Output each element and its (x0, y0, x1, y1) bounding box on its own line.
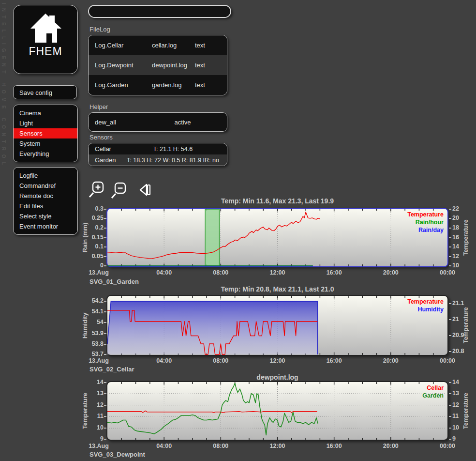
series-area-humidity (107, 301, 317, 354)
y-tick-mark (449, 405, 451, 406)
chart-title-dewpoint: dewpoint.log (107, 373, 447, 381)
x-tick-label: 00:00 (440, 269, 455, 276)
y-tick-mark (449, 303, 451, 304)
device-state: T: 18.3 H: 72 W: 0.5 R: 81.9 IR: no (123, 157, 227, 164)
y-tick-mark (104, 382, 106, 383)
y-tick-mark (449, 209, 451, 210)
y-tick-mark (104, 265, 106, 266)
device-name-link[interactable]: Log.Garden (89, 81, 152, 89)
sidebar-item-logfile[interactable]: Logfile (14, 170, 77, 181)
y-tick-mark (449, 382, 451, 383)
x-tick-label: 04:00 (156, 357, 172, 364)
device-state: active (158, 119, 227, 126)
plot-toolbar (88, 180, 154, 200)
device-name-link[interactable]: Log.Cellar (89, 42, 152, 49)
logfile-name: dewpoint.log (152, 61, 195, 69)
chart-file-label-garden[interactable]: SVG_01_Garden (89, 278, 139, 285)
x-tick-label: 16:00 (327, 357, 342, 364)
house-icon (28, 12, 63, 44)
device-name-link[interactable]: Log.Dewpoint (89, 61, 152, 69)
device-name-link[interactable]: dew_all (89, 119, 158, 126)
sidebar-item-edit-files[interactable]: Edit files (14, 201, 77, 211)
y-tick-mark (449, 351, 451, 352)
y-tick-mark (449, 439, 451, 440)
plot-SVG_02_Cellar[interactable]: TemperatureHumidity (106, 295, 448, 356)
logfile-name: cellar.log (152, 42, 195, 49)
sidebar-item-cinema[interactable]: Cinema (14, 108, 77, 118)
y-tick-mark (104, 246, 106, 247)
legend-item-temperature: Temperature (407, 298, 444, 305)
sidebar-item-everything[interactable]: Everything (14, 149, 77, 159)
device-name-link[interactable]: Cellar (89, 145, 123, 153)
y-tick-mark (104, 393, 106, 394)
y-tick-mark (449, 265, 451, 266)
axis-label-left: Temperature (81, 382, 89, 440)
chart-file-label-cellar[interactable]: SVG_02_Cellar (89, 366, 134, 373)
y-tick-label-left: 0.15 (76, 234, 104, 241)
sidebar-item-light[interactable]: Light (14, 118, 77, 128)
y-tick-mark (104, 237, 106, 238)
y-tick-mark (104, 333, 106, 334)
sidebar-item-event-monitor[interactable]: Event monitor (14, 221, 77, 231)
y-tick-mark (449, 256, 451, 257)
table-row: Log.Gardengarden.logtext (89, 75, 227, 95)
x-tick-label: 13.Aug (89, 443, 109, 449)
y-tick-label-left: 9 (76, 435, 104, 442)
plot-canvas-SVG_02_Cellar: TemperatureHumidity (107, 296, 447, 355)
table-row: GardenT: 18.3 H: 72 W: 0.5 R: 81.9 IR: n… (89, 154, 227, 166)
y-tick-mark (449, 246, 451, 247)
sidebar-item-remote-doc[interactable]: Remote doc (14, 191, 77, 201)
y-tick-mark (449, 319, 451, 320)
logfile-name: garden.log (152, 81, 195, 89)
plot-canvas-SVG_01_Garden: TemperatureRain/hourRain/day (107, 209, 447, 266)
logfile-text-link[interactable]: text (195, 42, 227, 49)
chart-file-label-dewpoint[interactable]: SVG_03_Dewpoint (89, 451, 145, 458)
sidebar-item-select-style[interactable]: Select style (14, 211, 77, 221)
x-tick-label: 04:00 (156, 269, 172, 276)
vertical-brand-text: INTELLIGENT HOME CONTROL (1, 3, 6, 230)
utility-menu: LogfileCommandrefRemote docEdit filesSel… (13, 167, 78, 235)
zoom-out-icon[interactable] (110, 180, 129, 200)
sidebar-item-commandref[interactable]: Commandref (14, 181, 77, 191)
chart-title-cellar: Temp: Min 20.8, Max 21.1, Last 21.0 (107, 285, 447, 293)
y-tick-mark (104, 416, 106, 417)
x-tick-label: 20:00 (383, 357, 399, 364)
save-config-button[interactable]: Save config (13, 85, 77, 99)
plot-SVG_01_Garden[interactable]: TemperatureRain/hourRain/day (106, 208, 448, 267)
chart-title-garden: Temp: Min 11.6, Max 21.3, Last 19.9 (107, 197, 447, 205)
legend-item-humidity: Humidity (418, 306, 444, 313)
sidebar-item-system[interactable]: System (14, 138, 77, 149)
y-tick-label-left: 10 (76, 424, 104, 431)
x-tick-label: 20:00 (383, 443, 399, 449)
logo-label: FHEM (14, 45, 77, 58)
step-back-icon[interactable] (135, 180, 154, 200)
y-tick-mark (449, 335, 451, 336)
plot-SVG_03_Dewpoint[interactable]: CellarGarden (106, 381, 448, 441)
y-tick-mark (104, 405, 106, 406)
y-tick-label-left: 14 (76, 379, 104, 385)
device-name-link[interactable]: Garden (89, 156, 123, 164)
y-tick-mark (104, 301, 106, 302)
y-tick-mark (104, 311, 106, 312)
logfile-text-link[interactable]: text (195, 61, 227, 69)
fhem-logo[interactable]: FHEM (13, 5, 78, 74)
series-line-garden (107, 383, 318, 435)
y-tick-mark (449, 228, 451, 229)
y-tick-mark (449, 428, 451, 429)
y-tick-label-left: 53.7 (76, 351, 104, 357)
sidebar-item-sensors[interactable]: Sensors (14, 128, 77, 138)
section-label-filelog: FileLog (89, 26, 110, 33)
y-tick-mark (104, 218, 106, 219)
x-tick-label: 13.Aug (89, 269, 109, 276)
sensors-table: CellarT: 21.1 H: 54.6GardenT: 18.3 H: 72… (88, 143, 227, 166)
table-row: Log.Dewpointdewpoint.logtext (89, 55, 227, 75)
command-input[interactable] (88, 5, 231, 18)
logfile-text-link[interactable]: text (195, 81, 227, 89)
axis-label-right: Temperature (462, 296, 470, 355)
x-tick-label: 08:00 (213, 443, 228, 449)
y-tick-label-left: 13 (76, 390, 104, 397)
zoom-in-icon[interactable] (88, 180, 107, 200)
y-tick-label-left: 53.9 (76, 330, 104, 337)
y-tick-label-left: 53.8 (76, 340, 104, 347)
y-tick-mark (104, 354, 106, 355)
